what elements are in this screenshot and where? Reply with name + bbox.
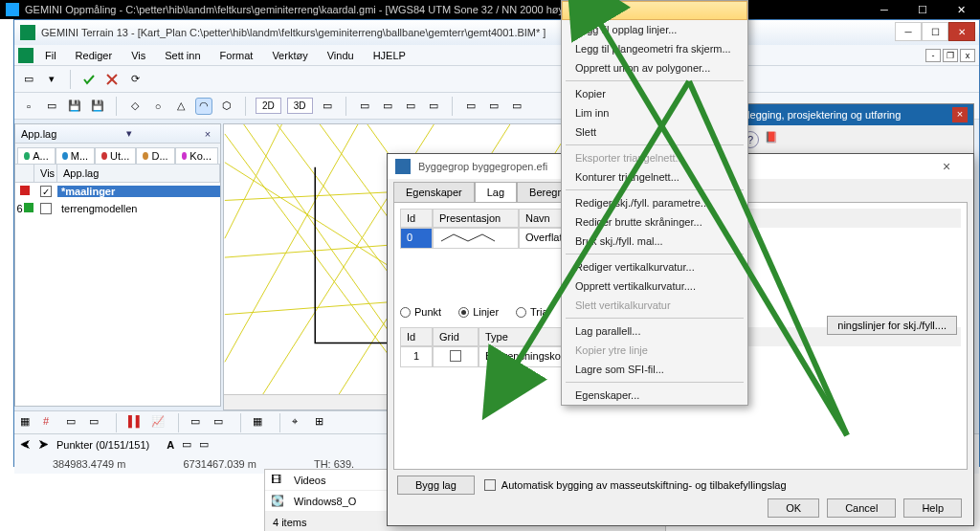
menu-format[interactable]: Format bbox=[212, 48, 261, 63]
cancel-x-icon[interactable] bbox=[103, 71, 121, 88]
col-id[interactable]: Id bbox=[400, 327, 433, 346]
mdi-restore-icon[interactable]: ❐ bbox=[943, 49, 958, 62]
applag-row[interactable]: ✓ *maalinger bbox=[15, 183, 220, 200]
chevron-left-icon[interactable]: ⮜ bbox=[20, 439, 31, 451]
chevron-right-icon[interactable]: ⮞ bbox=[38, 439, 49, 451]
view-3d-button[interactable]: 3D bbox=[287, 98, 313, 114]
cancel-button[interactable]: Cancel bbox=[827, 498, 896, 518]
maximize-button[interactable]: ☐ bbox=[922, 22, 948, 41]
menu-vis[interactable]: Vis bbox=[123, 48, 153, 63]
shape-icon[interactable]: ◠ bbox=[195, 98, 212, 115]
tool-icon[interactable]: ▦ bbox=[253, 415, 268, 431]
tool-icon[interactable]: ▭ bbox=[199, 438, 209, 451]
checkbox[interactable]: ✓ bbox=[40, 186, 52, 197]
tool-icon[interactable]: # bbox=[43, 415, 58, 431]
applag-tab[interactable]: D... bbox=[136, 147, 174, 164]
save-all-icon[interactable]: 💾 bbox=[89, 98, 106, 115]
col-grid[interactable]: Grid bbox=[433, 327, 479, 346]
tab-egenskaper[interactable]: Egenskaper bbox=[393, 182, 475, 202]
tool-icon[interactable]: ▭ bbox=[66, 415, 81, 431]
mdi-close-icon[interactable]: x bbox=[960, 49, 975, 62]
bygg-lag-button[interactable]: Bygg lag bbox=[397, 476, 475, 495]
menu-fil[interactable]: Fil bbox=[37, 48, 64, 63]
close-button[interactable]: ✕ bbox=[942, 0, 980, 19]
ningslinjer-button[interactable]: ningslinjer for skj./fyll.... bbox=[827, 316, 957, 335]
mdi-minimize-icon[interactable]: - bbox=[925, 49, 941, 62]
applag-tab[interactable]: Ko... bbox=[175, 147, 218, 164]
auto-checkbox[interactable]: Automatisk bygging av masseutskiftning- … bbox=[484, 479, 787, 491]
col-vis[interactable]: Vis bbox=[34, 165, 57, 182]
radio-tria[interactable]: Tria bbox=[516, 306, 548, 318]
ok-button[interactable]: OK bbox=[768, 498, 819, 518]
close-button[interactable]: ✕ bbox=[948, 22, 975, 41]
ctx-kopier[interactable]: Kopier bbox=[562, 84, 747, 103]
cell-grid-checkbox[interactable] bbox=[433, 346, 479, 367]
ctx-lagre-sfi[interactable]: Lagre som SFI-fil... bbox=[562, 360, 747, 379]
close-icon[interactable]: × bbox=[201, 128, 214, 140]
tool-icon[interactable]: ▭ bbox=[20, 71, 37, 88]
shape-icon[interactable]: ○ bbox=[149, 98, 167, 115]
shape-icon[interactable]: △ bbox=[172, 98, 189, 115]
checkbox[interactable] bbox=[40, 203, 52, 214]
tool-icon[interactable]: ▭ bbox=[379, 98, 396, 115]
ctx-red-brutte[interactable]: Rediger brutte skråninger... bbox=[562, 212, 747, 232]
tool-icon[interactable]: 📈 bbox=[151, 415, 167, 431]
ctx-legg-opplag[interactable]: Legg til opplag linjer... bbox=[562, 20, 747, 39]
ctx-opprett-vert[interactable]: Opprett vertikalkurvatur.... bbox=[562, 277, 747, 296]
pin-icon[interactable]: ▾ bbox=[122, 127, 136, 140]
applag-tab[interactable]: Ut... bbox=[95, 147, 136, 164]
tool-icon[interactable]: ▭ bbox=[508, 98, 525, 115]
menu-settinn[interactable]: Sett inn bbox=[157, 48, 208, 63]
close-icon[interactable]: × bbox=[952, 107, 968, 122]
minimize-button[interactable]: ─ bbox=[865, 0, 903, 19]
applag-tab[interactable]: M... bbox=[56, 147, 95, 164]
ctx-red-param[interactable]: Rediger skj./fyll. parametre... bbox=[562, 193, 747, 212]
ctx-lag-parallell[interactable]: Lag parallell... bbox=[562, 321, 747, 341]
check-icon[interactable] bbox=[80, 71, 98, 88]
shape-icon[interactable]: ⬡ bbox=[218, 98, 235, 115]
tool-icon[interactable]: ▌▌ bbox=[128, 415, 144, 431]
refresh-icon[interactable]: ⟳ bbox=[126, 71, 144, 88]
save-icon[interactable]: 💾 bbox=[66, 98, 83, 115]
ctx-slett[interactable]: Slett bbox=[562, 122, 747, 142]
menu-hjelp[interactable]: HJELP bbox=[366, 48, 413, 63]
tool-icon[interactable]: ▭ bbox=[356, 98, 373, 115]
ctx-egenskaper[interactable]: Egenskaper... bbox=[562, 386, 747, 405]
applag-tab[interactable]: A... bbox=[17, 147, 56, 164]
ctx-ny[interactable]: Ny bbox=[562, 1, 747, 20]
tab-lag[interactable]: Lag bbox=[475, 182, 517, 202]
ctx-union[interactable]: Opprett union av polygoner... bbox=[562, 58, 747, 77]
radio-linjer[interactable]: Linjer bbox=[458, 306, 499, 318]
applag-row[interactable]: 6 terrengmodellen bbox=[15, 200, 220, 217]
open-icon[interactable]: ▭ bbox=[43, 98, 60, 115]
tool-icon[interactable]: ⌖ bbox=[292, 415, 307, 431]
tool-icon[interactable]: ▭ bbox=[425, 98, 442, 115]
radio-punkt[interactable]: Punkt bbox=[400, 306, 441, 318]
new-file-icon[interactable]: ▫ bbox=[20, 98, 37, 115]
col-presentasjon[interactable]: Presentasjon bbox=[433, 209, 519, 228]
view-2d-button[interactable]: 2D bbox=[256, 98, 281, 114]
tool-icon[interactable]: ▭ bbox=[402, 98, 419, 115]
tool-icon[interactable]: ▭ bbox=[319, 98, 336, 115]
help-button[interactable]: Help bbox=[903, 498, 962, 518]
tool-icon[interactable]: ▭ bbox=[182, 438, 191, 451]
tool-icon[interactable]: ▭ bbox=[213, 415, 229, 431]
ctx-lim[interactable]: Lim inn bbox=[562, 103, 747, 122]
tool-icon[interactable]: ▭ bbox=[89, 415, 104, 431]
menu-vindu[interactable]: Vindu bbox=[320, 48, 362, 63]
ctx-legg-plangeom[interactable]: Legg til plangeometri fra skjerm... bbox=[562, 39, 747, 58]
menu-verktoy[interactable]: Verktøy bbox=[264, 48, 315, 63]
tool-icon[interactable]: ▭ bbox=[190, 415, 206, 431]
close-icon[interactable]: × bbox=[927, 159, 966, 174]
tool-icon[interactable]: ▭ bbox=[485, 98, 502, 115]
tool-icon[interactable]: ⊞ bbox=[315, 415, 330, 431]
shape-icon[interactable]: ◇ bbox=[126, 98, 144, 115]
maximize-button[interactable]: ☐ bbox=[903, 0, 942, 19]
book-icon[interactable]: 📕 bbox=[765, 131, 778, 148]
minimize-button[interactable]: ─ bbox=[895, 22, 922, 41]
text-mode-a[interactable]: A bbox=[167, 439, 174, 451]
dropdown-icon[interactable]: ▾ bbox=[43, 71, 60, 88]
ctx-red-vert[interactable]: Rediger vertikalkurvatur... bbox=[562, 257, 747, 277]
ctx-bruk-mal[interactable]: Bruk skj./fyll. mal... bbox=[562, 232, 747, 251]
col-applag[interactable]: App.lag bbox=[57, 165, 220, 182]
